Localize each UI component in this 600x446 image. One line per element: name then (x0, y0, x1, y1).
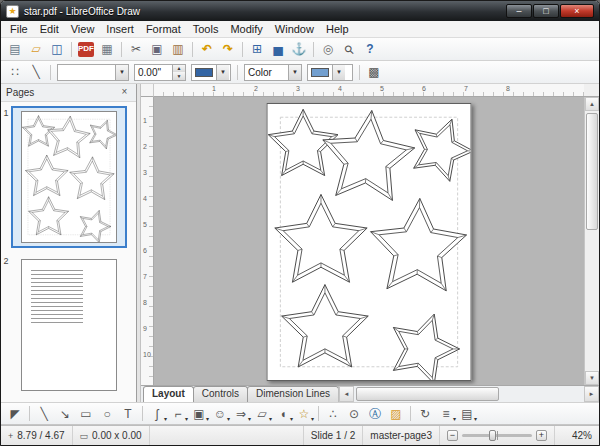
page-number: 1 (4, 108, 9, 118)
zoom-slider-thumb[interactable] (489, 430, 496, 441)
title-bar: ★ star.pdf - LibreOffice Draw – □ × (1, 1, 599, 21)
horizontal-scrollbar[interactable]: ◄ ► (338, 386, 599, 402)
print-icon[interactable]: ▦ (97, 40, 117, 59)
menu-file[interactable]: File (4, 22, 34, 36)
export-pdf-icon[interactable]: PDF (78, 42, 94, 57)
copy-icon[interactable]: ▣ (147, 40, 167, 59)
connector-icon[interactable]: ⌐ (168, 404, 188, 423)
line-tool-icon[interactable]: ╲ (34, 404, 54, 423)
scroll-down-icon[interactable]: ▼ (585, 371, 599, 385)
horizontal-scroll-track[interactable] (354, 386, 584, 402)
minimize-button[interactable]: – (506, 4, 532, 18)
page-thumbnail-2[interactable]: 2 (13, 256, 125, 394)
menu-view[interactable]: View (65, 22, 101, 36)
spin-up-icon[interactable]: ▲ (173, 65, 185, 73)
flowchart-icon[interactable]: ▱ (252, 404, 272, 423)
insert-chart-icon[interactable]: ▅ (268, 40, 288, 59)
menu-insert[interactable]: Insert (100, 22, 140, 36)
stars-shapes-icon[interactable]: ☆ (294, 404, 314, 423)
line-icon[interactable]: ╲ (26, 63, 46, 82)
edit-points-icon[interactable]: ∷ (5, 63, 25, 82)
callouts-icon[interactable]: ◖ (273, 404, 293, 423)
edit-points-tool-icon[interactable]: ∴ (323, 404, 343, 423)
zoom-icon[interactable]: ⚲ (335, 35, 363, 63)
menu-format[interactable]: Format (140, 22, 187, 36)
menu-edit[interactable]: Edit (34, 22, 65, 36)
menu-help[interactable]: Help (320, 22, 355, 36)
line-color-swatch (195, 68, 213, 77)
shadow-icon[interactable]: ▩ (364, 63, 384, 82)
open-icon[interactable]: ▱ (26, 40, 46, 59)
pages-panel-body: 1 2 (1, 102, 136, 402)
vertical-scroll-thumb[interactable] (586, 113, 598, 230)
line-style-select[interactable]: ▼ (57, 64, 129, 81)
drawing-toolbar: ◤ ╲ ↘ ▭ ○ T ʃ ⌐ ▣ ☺ ⇒ ▱ ◖ ☆ ∴ ⊙ Ⓐ ▨ ↻ ≡ … (1, 402, 599, 425)
help-icon[interactable]: ? (360, 40, 380, 59)
insert-table-icon[interactable]: ⊞ (247, 40, 267, 59)
menu-window[interactable]: Window (269, 22, 320, 36)
curve-icon[interactable]: ʃ (147, 404, 167, 423)
master-page-indicator[interactable]: master-page3 (363, 426, 440, 445)
arrange-icon[interactable]: ▤ (457, 404, 477, 423)
symbol-shapes-icon[interactable]: ☺ (210, 404, 230, 423)
zoom-out-icon[interactable]: − (447, 430, 458, 441)
panel-close-icon[interactable]: × (118, 86, 131, 99)
page-thumbnail-1[interactable]: 1 (13, 108, 125, 246)
select-icon[interactable]: ◤ (5, 404, 25, 423)
ellipse-icon[interactable]: ○ (97, 404, 117, 423)
tab-dimension-lines[interactable]: Dimension Lines (247, 386, 339, 402)
fill-style-select[interactable]: Color ▼ (244, 64, 302, 81)
undo-icon[interactable]: ↶ (197, 40, 217, 59)
hyperlink-icon[interactable]: ⚓ (289, 40, 309, 59)
line-width-stepper[interactable]: 0.00" ▲ ▼ (134, 64, 186, 81)
rotate-icon[interactable]: ↻ (415, 404, 435, 423)
redo-icon[interactable]: ↷ (218, 40, 238, 59)
page-number: 2 (4, 256, 9, 266)
new-document-icon[interactable]: ▤ (5, 40, 25, 59)
zoom-slider[interactable] (462, 434, 532, 437)
zoom-in-icon[interactable]: + (536, 430, 547, 441)
pages-panel-title: Pages (6, 87, 34, 98)
spin-down-icon[interactable]: ▼ (173, 72, 185, 80)
fill-style-value: Color (245, 67, 288, 78)
vertical-ruler: 12345678910 (141, 97, 154, 385)
glue-points-icon[interactable]: ⊙ (344, 404, 364, 423)
align-icon[interactable]: ≡ (436, 404, 456, 423)
fill-color-select[interactable]: ▼ (307, 64, 353, 81)
scroll-right-icon[interactable]: ► (584, 386, 599, 402)
line-ends-arrow-icon[interactable]: ↘ (55, 404, 75, 423)
pages-panel-header: Pages × (1, 84, 136, 102)
chevron-down-icon: ▼ (288, 65, 301, 80)
scroll-left-icon[interactable]: ◄ (339, 386, 354, 402)
cut-icon[interactable]: ✂ (126, 40, 146, 59)
main-area: Pages × 1 2 (1, 84, 599, 402)
vertical-scroll-track[interactable] (585, 111, 599, 371)
menu-tools[interactable]: Tools (187, 22, 225, 36)
tab-layout[interactable]: Layout (143, 386, 194, 402)
vertical-scrollbar[interactable]: ▲ ▼ (584, 97, 599, 385)
status-bar: + 8.79 / 4.67 ▭ 0.00 x 0.00 Slide 1 / 2 … (1, 425, 599, 445)
drawing-canvas[interactable] (154, 97, 584, 385)
slide-indicator: Slide 1 / 2 (304, 426, 363, 445)
ruler-pad (584, 84, 599, 97)
stars-drawing[interactable] (268, 104, 471, 380)
basic-shapes-icon[interactable]: ▣ (189, 404, 209, 423)
close-button[interactable]: × (560, 4, 594, 18)
horizontal-scroll-thumb[interactable] (356, 387, 499, 401)
rectangle-icon[interactable]: ▭ (76, 404, 96, 423)
scroll-up-icon[interactable]: ▲ (585, 97, 599, 111)
line-color-select[interactable]: ▼ (191, 64, 231, 81)
paste-icon[interactable]: ▥ (168, 40, 188, 59)
chevron-down-icon: ▼ (216, 65, 229, 80)
save-icon[interactable]: ◫ (47, 40, 67, 59)
tab-controls[interactable]: Controls (193, 386, 248, 402)
text-tool-icon[interactable]: T (118, 404, 138, 423)
insert-image-icon[interactable]: ▨ (386, 404, 406, 423)
menu-modify[interactable]: Modify (224, 22, 268, 36)
document-page[interactable] (267, 103, 472, 381)
menu-bar: File Edit View Insert Format Tools Modif… (1, 21, 599, 38)
fontwork-icon[interactable]: Ⓐ (365, 404, 385, 423)
maximize-button[interactable]: □ (533, 4, 559, 18)
zoom-level: 42% (555, 426, 599, 445)
block-arrows-icon[interactable]: ⇒ (231, 404, 251, 423)
